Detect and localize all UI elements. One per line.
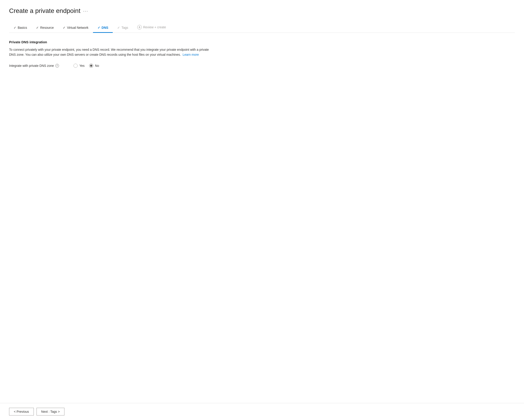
tab-badge-review: 6 [137, 25, 142, 29]
section-title: Private DNS integration [9, 40, 515, 44]
tab-tags[interactable]: ✓ Tags [113, 24, 133, 33]
radio-no-label: No [95, 64, 99, 67]
tab-label-dns: DNS [102, 26, 108, 29]
tab-check-basics: ✓ [14, 26, 16, 29]
footer: < Previous Next : Tags > [0, 403, 524, 420]
tab-label-resource: Resource [40, 26, 54, 29]
tab-dns[interactable]: ✓ DNS [93, 24, 113, 33]
tab-label-review: Review + create [143, 25, 166, 29]
tab-virtual-network[interactable]: ✓ Virtual Network [58, 24, 93, 33]
tab-review-create[interactable]: 6 Review + create [133, 23, 171, 33]
tab-label-basics: Basics [18, 26, 27, 29]
main-content: Private DNS integration To connect priva… [9, 40, 515, 403]
tab-resource[interactable]: ✓ Resource [32, 24, 58, 33]
info-icon[interactable]: i [55, 64, 59, 67]
description-text: To connect privately with your private e… [9, 47, 213, 57]
page-container: Create a private endpoint ··· ✓ Basics ✓… [0, 0, 524, 403]
learn-more-link[interactable]: Learn more [183, 53, 199, 56]
tab-check-dns: ✓ [97, 26, 100, 29]
tab-check-vnet: ✓ [63, 26, 66, 29]
radio-no-circle [89, 64, 93, 68]
page-title: Create a private endpoint [9, 7, 80, 15]
radio-yes-option[interactable]: Yes [73, 64, 85, 68]
radio-yes-label: Yes [79, 64, 85, 67]
previous-button[interactable]: < Previous [9, 408, 34, 415]
tab-basics[interactable]: ✓ Basics [9, 24, 32, 33]
tab-label-vnet: Virtual Network [67, 26, 88, 29]
wizard-tabs: ✓ Basics ✓ Resource ✓ Virtual Network ✓ … [9, 23, 515, 33]
page-title-ellipsis: ··· [83, 8, 88, 14]
radio-yes-circle [73, 64, 78, 68]
radio-no-option[interactable]: No [89, 64, 99, 68]
next-button[interactable]: Next : Tags > [36, 408, 65, 415]
dns-integration-row: Integrate with private DNS zone i Yes No [9, 64, 515, 68]
tab-check-tags: ✓ [117, 26, 120, 29]
page-title-row: Create a private endpoint ··· [9, 7, 515, 15]
radio-group: Yes No [73, 64, 99, 68]
tab-label-tags: Tags [121, 26, 128, 29]
form-label: Integrate with private DNS zone i [9, 64, 68, 67]
tab-check-resource: ✓ [36, 26, 39, 29]
